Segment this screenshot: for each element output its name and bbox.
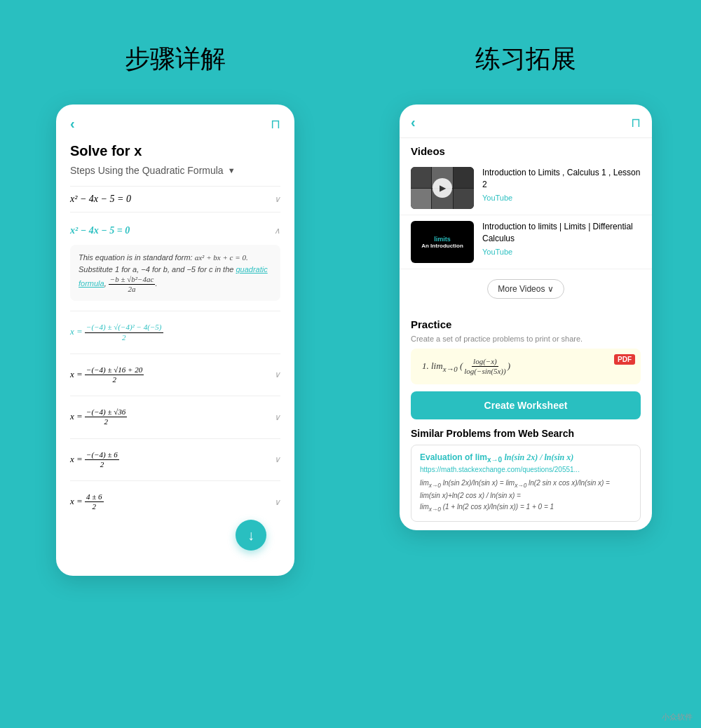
video-info-2: Introduction to limits | Limits | Differ…	[482, 221, 641, 256]
solve-title: Solve for x	[70, 143, 280, 159]
chevron-right-icon-5: ∨	[274, 497, 280, 507]
thumb-cell-4	[411, 189, 431, 210]
chevron-right-icon-3: ∨	[274, 412, 280, 422]
video-item-1[interactable]: ▶ Introduction to Limits , Calculus 1 , …	[400, 161, 652, 215]
step-1-formula: x = −(−4) ± √(−4)² − 4(−5)2	[70, 318, 163, 346]
an-intro-label: An Introduction	[421, 243, 463, 249]
practice-formula: 1. limx→0 (log(−x)log(−sin(5x)))	[422, 360, 510, 371]
steps-heading: Steps Using the Quadratic Formula ▼	[70, 165, 280, 176]
thumb-cell-1	[411, 167, 431, 188]
practice-desc: Create a set of practice problems to pri…	[411, 335, 641, 343]
similar-section: Similar Problems from Web Search Evaluat…	[400, 428, 652, 530]
explanation-box: This equation is in standard form: ax² +…	[70, 245, 280, 301]
practice-section: Create a set of practice problems to pri…	[400, 335, 652, 428]
practice-section-label: Practice	[400, 311, 652, 335]
video-item-2[interactable]: limits An Introduction Introduction to l…	[400, 215, 652, 269]
video-title-1: Introduction to Limits , Calculus 1 , Le…	[482, 167, 641, 191]
equation-row-1[interactable]: x² − 4x − 5 = 0 ∨	[70, 186, 280, 212]
back-icon[interactable]: ‹	[70, 116, 75, 132]
step-formula-1[interactable]: x = −(−4) ± √(−4)² − 4(−5)2	[70, 311, 280, 353]
similar-card[interactable]: Evaluation of limx→0 ln(sin 2x) / ln(sin…	[411, 445, 641, 522]
step-formula-3[interactable]: x = −(−4) ± √362 ∨	[70, 396, 280, 438]
chevron-right-icon-1: ∨	[274, 194, 280, 204]
steps-dropdown-icon[interactable]: ▼	[228, 166, 236, 175]
step-formula-2[interactable]: x = −(−4) ± √16 + 202 ∨	[70, 353, 280, 396]
right-title: 练习拓展	[475, 42, 576, 76]
videos-section-label: Videos	[400, 138, 652, 161]
pdf-badge: PDF	[614, 354, 635, 365]
fab-button[interactable]: ↓	[236, 520, 266, 551]
eq-header-2: x² − 4x − 5 = 0 ∧	[70, 220, 280, 241]
similar-problem-link[interactable]: https://math.stackexchange.com/questions…	[420, 466, 632, 473]
thumb-cell-3	[454, 167, 474, 188]
youtube-label-1: YouTube	[482, 194, 641, 202]
chevron-right-icon-4: ∨	[274, 454, 280, 464]
more-videos-chevron-icon: ∨	[547, 284, 554, 294]
similar-formula-3: limx→0 (1 + ln(2 cos x)/ln(sin x)) = 1 +…	[420, 501, 632, 514]
right-topbar: ‹ ⊓	[400, 105, 652, 138]
thumb-cell-6	[454, 189, 474, 210]
right-back-icon[interactable]: ‹	[411, 114, 416, 130]
step-2-formula: x = −(−4) ± √16 + 202	[70, 361, 144, 389]
left-panel: 步骤详解 ‹ ⊓ Solve for x Steps Using the Qua…	[0, 0, 350, 728]
right-phone-card: ‹ ⊓ Videos ▶	[400, 105, 652, 530]
left-topbar: ‹ ⊓	[70, 116, 280, 132]
video-thumb-2: limits An Introduction	[411, 221, 474, 263]
equation-row-2[interactable]: x² − 4x − 5 = 0 ∧ This equation is in st…	[70, 212, 280, 311]
limits-label: limits	[434, 236, 451, 243]
step-3-formula: x = −(−4) ± √362	[70, 403, 127, 431]
video-info-1: Introduction to Limits , Calculus 1 , Le…	[482, 167, 641, 202]
left-title: 步骤详解	[125, 42, 226, 76]
quadratic-formula-link[interactable]: quadratic formula	[79, 265, 268, 288]
right-panel: 练习拓展 ‹ ⊓ Videos	[350, 0, 701, 728]
play-button-1[interactable]: ▶	[433, 178, 452, 198]
bookmark-icon[interactable]: ⊓	[271, 116, 280, 132]
right-bookmark-icon[interactable]: ⊓	[631, 115, 641, 130]
video-title-2: Introduction to limits | Limits | Differ…	[482, 221, 641, 245]
video-thumb-1: ▶	[411, 167, 474, 209]
chevron-up-icon-2: ∧	[274, 226, 280, 236]
equation-2-text: x² − 4x − 5 = 0	[70, 225, 130, 236]
chevron-right-icon-2: ∨	[274, 370, 280, 379]
more-videos-area: More Videos ∨	[400, 269, 652, 311]
equation-1-text: x² − 4x − 5 = 0	[70, 194, 131, 205]
watermark: 小众软件	[662, 712, 693, 722]
youtube-label-2: YouTube	[482, 248, 641, 256]
similar-formula-2: lim(sin x)+ln(2 cos x) / ln(sin x) =	[420, 490, 632, 501]
step-4-formula: x = −(−4) ± 62	[70, 446, 119, 473]
practice-formula-box: PDF 1. limx→0 (log(−x)log(−sin(5x)))	[411, 349, 641, 384]
steps-label: Steps Using the Quadratic Formula	[70, 165, 224, 176]
left-phone-card: ‹ ⊓ Solve for x Steps Using the Quadrati…	[56, 105, 294, 576]
similar-problem-title: Evaluation of limx→0 ln(sin 2x) / ln(sin…	[420, 452, 632, 464]
similar-formula-1: limx→0 ln(sin 2x)/ln(sin x) = limx→0 ln(…	[420, 478, 632, 490]
create-worksheet-button[interactable]: Create Worksheet	[411, 391, 641, 419]
step-5-formula: x = 4 ± 62	[70, 488, 104, 515]
step-formula-5[interactable]: x = 4 ± 62 ∨	[70, 480, 280, 523]
fab-area: ↓	[70, 523, 280, 565]
more-videos-button[interactable]: More Videos ∨	[487, 279, 564, 299]
more-videos-label: More Videos	[498, 284, 545, 294]
similar-title: Similar Problems from Web Search	[411, 428, 641, 439]
step-formula-4[interactable]: x = −(−4) ± 62 ∨	[70, 438, 280, 480]
